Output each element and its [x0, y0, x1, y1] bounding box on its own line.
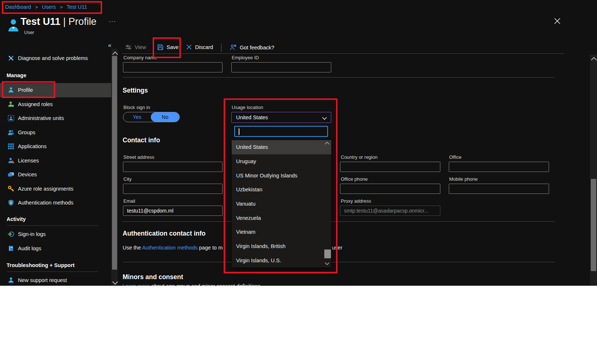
- section-divider: [123, 221, 555, 222]
- dropdown-option[interactable]: Uruguay: [232, 154, 331, 169]
- content-scrollbar-thumb[interactable]: [591, 179, 596, 271]
- block-sign-in-label: Block sign in: [123, 105, 150, 110]
- authentication-methods-link[interactable]: Authentication methods: [142, 245, 198, 251]
- dropdown-option[interactable]: Venezuela: [232, 211, 331, 225]
- breadcrumb-dashboard[interactable]: Dashboard: [5, 4, 31, 10]
- sidebar-item-label: Licenses: [18, 158, 39, 164]
- page-title-divider: |: [63, 16, 66, 27]
- auth-text-pre: Use the: [123, 245, 142, 251]
- learn-more-link[interactable]: Learn more: [123, 283, 150, 286]
- auth-contact-heading: Authentication contact info: [123, 230, 206, 237]
- sidebar-section-activity: Activity: [7, 216, 26, 222]
- sidebar-item-label: Devices: [18, 172, 37, 177]
- page-title: Test U11 | Profile: [20, 16, 97, 27]
- page-title-section: Profile: [68, 16, 97, 27]
- sidebar-item-label: New support request: [18, 277, 67, 283]
- dropdown-option[interactable]: Vanuatu: [232, 197, 331, 211]
- dropdown-option[interactable]: Uzbekistan: [232, 183, 331, 197]
- breadcrumb-current[interactable]: Test U11: [67, 4, 87, 10]
- breadcrumb-separator: >: [60, 4, 63, 10]
- settings-heading: Settings: [123, 87, 148, 94]
- toggle-yes-option[interactable]: Yes: [123, 112, 151, 122]
- learn-more-text: Learn more about age group and minor con…: [123, 283, 260, 286]
- devices-icon: [8, 171, 14, 178]
- sidebar-item-diagnose[interactable]: Diagnose and solve problems: [0, 51, 107, 65]
- auth-text-post: page to m: [198, 245, 223, 251]
- sidebar-item-label: Diagnose and solve problems: [18, 55, 88, 61]
- license-icon: [8, 157, 14, 164]
- sidebar-item-devices[interactable]: Devices: [0, 168, 107, 181]
- sidebar-item-azure-role-assignments[interactable]: Azure role assignments: [0, 182, 107, 196]
- sidebar-item-groups[interactable]: Groups: [0, 125, 107, 139]
- mobile-phone-input[interactable]: [449, 184, 549, 194]
- save-button-label: Save: [167, 44, 179, 50]
- feedback-icon: [230, 44, 237, 51]
- contact-info-heading: Contact info: [123, 136, 160, 144]
- save-icon: [157, 44, 164, 50]
- sidebar-scrollbar-thumb[interactable]: [112, 56, 117, 270]
- dropdown-option[interactable]: United States: [232, 140, 331, 154]
- section-divider: [123, 262, 555, 262]
- view-button[interactable]: View: [125, 44, 146, 50]
- block-sign-in-toggle[interactable]: Yes No: [123, 112, 180, 122]
- tools-icon: [8, 55, 14, 61]
- office-phone-input[interactable]: [340, 184, 440, 194]
- admin-units-icon: [8, 115, 14, 121]
- sidebar-item-profile[interactable]: Profile: [0, 83, 107, 97]
- sidebar-item-assigned-roles[interactable]: Assigned roles: [0, 97, 107, 111]
- sidebar-item-audit-logs[interactable]: Audit logs: [0, 241, 107, 255]
- groups-icon: [8, 129, 14, 136]
- sidebar-section-support: Troubleshooting + Support: [7, 262, 75, 268]
- sidebar-divider: [7, 225, 98, 226]
- office-input[interactable]: [449, 162, 549, 172]
- employee-id-input[interactable]: [231, 62, 331, 72]
- sidebar-item-licenses[interactable]: Licenses: [0, 154, 107, 168]
- toggle-no-option[interactable]: No: [151, 112, 179, 122]
- city-input[interactable]: [123, 184, 223, 194]
- street-address-input[interactable]: [123, 162, 223, 172]
- grid-icon: [8, 143, 14, 150]
- sidebar-item-applications[interactable]: Applications: [0, 139, 107, 153]
- more-options-button[interactable]: ···: [109, 18, 116, 25]
- breadcrumb-separator: >: [35, 4, 38, 10]
- dropdown-option[interactable]: Vietnam: [232, 225, 331, 239]
- toolbar-bottom-divider: [122, 53, 564, 54]
- auth-contact-text-tail: user: [332, 245, 342, 251]
- sidebar-item-authentication-methods[interactable]: Authentication methods: [0, 196, 107, 210]
- country-input[interactable]: [340, 162, 440, 172]
- sidebar-item-sign-in-logs[interactable]: Sign-in logs: [0, 227, 107, 241]
- dropdown-option[interactable]: US Minor Outlying Islands: [232, 168, 331, 183]
- sidebar-item-label: Profile: [18, 87, 33, 93]
- sidebar-item-administrative-units[interactable]: Administrative units: [0, 111, 107, 125]
- proxy-address-input[interactable]: [340, 206, 440, 216]
- email-input[interactable]: [123, 206, 223, 216]
- dropdown-filter-input[interactable]: [234, 126, 328, 137]
- text-caret: [239, 128, 239, 135]
- breadcrumb-users[interactable]: Users: [42, 4, 56, 10]
- page-title-name: Test U11: [20, 16, 60, 27]
- mobile-phone-label: Mobile phone: [449, 176, 478, 182]
- office-phone-label: Office phone: [341, 176, 367, 182]
- sidebar-item-new-support-request[interactable]: New support request: [0, 273, 107, 286]
- feedback-button[interactable]: Got feedback?: [230, 44, 274, 51]
- sidebar-item-label: Administrative units: [18, 115, 64, 121]
- dropdown-option[interactable]: Virgin Islands, U.S.: [232, 253, 331, 267]
- usage-location-select[interactable]: United States: [231, 112, 331, 123]
- sidebar-item-label: Audit logs: [18, 245, 41, 251]
- discard-x-icon: [186, 44, 192, 50]
- sidebar-item-label: Assigned roles: [18, 101, 53, 107]
- audit-logs-icon: [8, 245, 14, 252]
- save-button[interactable]: Save: [157, 44, 179, 50]
- sidebar-item-label: Azure role assignments: [18, 186, 74, 192]
- close-icon[interactable]: [554, 18, 561, 25]
- minors-heading: Minors and consent: [123, 273, 183, 281]
- company-name-input[interactable]: [123, 62, 223, 72]
- dropdown-scrollbar-thumb[interactable]: [324, 249, 331, 258]
- azure-portal-blade: Dashboard > Users > Test U11 Test U11 | …: [0, 0, 597, 286]
- sign-in-logs-icon: [8, 231, 14, 237]
- auth-contact-text: Use the Authentication methods page to m: [123, 245, 223, 251]
- discard-button[interactable]: Discard: [186, 44, 213, 50]
- collapse-sidebar-button[interactable]: «: [108, 42, 111, 49]
- view-sliders-icon: [125, 44, 132, 50]
- dropdown-option[interactable]: Virgin Islands, British: [232, 239, 331, 254]
